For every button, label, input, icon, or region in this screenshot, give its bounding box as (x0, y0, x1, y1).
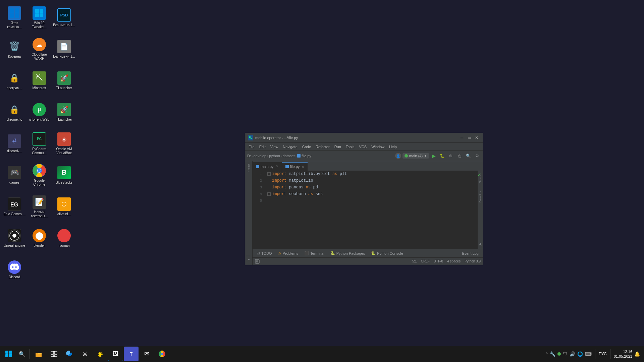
tray-item-sound[interactable]: 🔊 (570, 351, 575, 357)
desktop-icon-tlauncher2[interactable]: 🚀 TLauncher (52, 98, 76, 126)
desktop-icon-discord[interactable]: Discord (3, 255, 26, 284)
tray-item-status[interactable] (557, 352, 561, 356)
taskbar-item-edge[interactable] (62, 347, 77, 361)
ide-editor[interactable]: 1 2 3 4 5 − import matplotlib.pyplot (253, 171, 483, 249)
bottom-tab-problems[interactable]: ⚠ Problems (275, 249, 301, 257)
ide-restore-btn[interactable]: ▭ (466, 134, 473, 141)
desktop-icon-chrome-hc[interactable]: 🔒 chrome.hc (3, 98, 26, 126)
start-button[interactable] (1, 347, 16, 361)
run-config-selector[interactable]: main (4) ▼ (402, 153, 429, 159)
taskbar-item-imageres[interactable]: 🖼 (108, 347, 123, 361)
sidebar-collapse-btn[interactable] (246, 257, 252, 262)
ide-close-btn[interactable]: ✕ (473, 134, 480, 141)
ide-code-area[interactable]: − import matplotlib.pyplot as plt import… (265, 171, 477, 249)
desktop-icon-utorrent[interactable]: µ uTorrent Web (28, 98, 51, 126)
tray-lang[interactable]: РУС (599, 352, 607, 356)
user-config-btn[interactable]: 👤 (395, 153, 401, 159)
status-language[interactable]: Python 3.9 (465, 259, 481, 263)
taskbar-item-antivirus[interactable]: ⚔ (77, 347, 92, 361)
tray-item-network[interactable]: 🌐 (577, 351, 583, 357)
tray-item-security[interactable]: 🛡 (563, 351, 568, 357)
desktop-icon-games[interactable]: 🎮 games (3, 161, 26, 189)
taskbar-item-norton[interactable]: ◉ (93, 347, 108, 361)
notification-btn[interactable]: 🔔 (634, 351, 640, 357)
taskbar-clock[interactable]: 12:16 01.05.2021 (614, 349, 632, 359)
desktop-icon-pycharm[interactable]: PC PyCharm Commu... (28, 129, 51, 158)
menu-tools[interactable]: Tools (344, 144, 357, 149)
desktop-icon-this-pc[interactable]: Этот компью... (3, 3, 26, 32)
desktop-icon-unreal[interactable]: Unreal Engine (3, 224, 26, 252)
menu-window[interactable]: Window (369, 144, 386, 149)
code-line-4: − import seaborn as sns (267, 191, 477, 197)
desktop-icon-bluestacks[interactable]: B BlueStacks (52, 161, 76, 189)
breadcrumb-dataset[interactable]: dataset (283, 154, 295, 158)
menu-view[interactable]: View (268, 144, 280, 149)
menu-code[interactable]: Code (300, 144, 313, 149)
ide-minimize-btn[interactable]: ─ (459, 134, 465, 141)
desktop-icon-psd[interactable]: PSD Без имени-1... (52, 3, 76, 32)
breadcrumb-file[interactable]: file.py (302, 154, 311, 158)
desktop-icon-trash[interactable]: 🗑️ Корзина (3, 35, 26, 63)
status-encoding[interactable]: UTF-8 (434, 259, 443, 263)
breadcrumb-python[interactable]: python (269, 154, 280, 158)
desktop-icon-epic[interactable]: EG Epic Games ... (3, 192, 26, 221)
search-everywhere-btn[interactable]: 🔍 (465, 152, 472, 160)
status-indent[interactable]: 4 spaces (447, 259, 461, 263)
desktop-icon-palpal[interactable]: палпал (52, 224, 76, 252)
tab-file-py-close[interactable]: ✕ (302, 165, 304, 169)
desktop-icon-minecraft[interactable]: ⛏ Minecraft (28, 66, 51, 95)
project-label[interactable]: Project (247, 163, 250, 174)
tab-file-py[interactable]: file.py ✕ (282, 162, 308, 171)
taskbar-item-mail[interactable]: ✉ (139, 347, 154, 361)
debug-btn[interactable]: 🐛 (438, 152, 446, 160)
bottom-tab-python-console[interactable]: 🐍 Python Console (368, 249, 406, 257)
sidebar-star-btn[interactable] (478, 242, 482, 246)
profile-btn[interactable]: ◷ (456, 152, 463, 160)
taskbar-item-teams[interactable]: T (124, 347, 139, 361)
ide-status-icon[interactable] (255, 259, 260, 264)
desktop-icon-cloudflare[interactable]: ☁ Cloudflare WARP (28, 35, 51, 63)
status-position[interactable]: 5:1 (412, 259, 417, 263)
coverage-btn[interactable]: ⊕ (447, 152, 454, 160)
taskbar-item-file-explorer[interactable] (31, 347, 46, 361)
taskbar-item-chrome[interactable] (155, 347, 169, 361)
bottom-tab-python-packages[interactable]: 🐍 Python Packages (328, 249, 368, 257)
desktop-icon-unnamed[interactable]: 📄 Без имени-1... (52, 35, 76, 63)
tray-show-hidden[interactable]: ^ (546, 352, 548, 356)
menu-edit[interactable]: Edit (257, 144, 268, 149)
fold-marker-4[interactable]: − (267, 192, 271, 196)
menu-run[interactable]: Run (332, 144, 343, 149)
desktop-icon-blender[interactable]: ⬤ blender (28, 224, 51, 252)
bottom-tab-todo[interactable]: ☑ TODO (254, 249, 275, 257)
tray-item-keyboard[interactable]: ⌨ (585, 351, 592, 357)
favorites-label[interactable]: Favorites (479, 191, 482, 203)
breadcrumb-develop[interactable]: develop (254, 154, 267, 158)
bottom-tab-terminal[interactable]: ⬛ Terminal (302, 249, 327, 257)
bottom-tab-event-log[interactable]: Event Log (459, 249, 481, 257)
menu-navigate[interactable]: Navigate (281, 144, 299, 149)
desktop-icon-novo-tekst[interactable]: 📝 Новый текстовы... (28, 192, 51, 221)
taskbar-item-task-view[interactable] (47, 347, 61, 361)
desktop-icon-google-chrome[interactable]: Google Chrome (28, 161, 51, 189)
settings-btn[interactable]: ⚙ (473, 152, 481, 160)
tab-main-py[interactable]: main.py ✕ (253, 162, 282, 171)
tab-main-py-close[interactable]: ✕ (276, 165, 278, 168)
menu-vcs[interactable]: VCS (357, 144, 369, 149)
structure-label[interactable]: Structure (479, 172, 482, 184)
desktop-icon-allmini[interactable]: ⬡ all-mini... (52, 192, 76, 221)
desktop-icon-discord2[interactable]: # discord-... (3, 129, 26, 158)
svg-rect-11 (251, 138, 252, 139)
desktop-icon-win10[interactable]: Win 10 Tweake... (28, 3, 51, 32)
fold-marker-1[interactable]: − (267, 172, 271, 176)
desktop-icon-tlauncher1[interactable]: 🚀 TLauncher (52, 66, 76, 95)
menu-help[interactable]: Help (387, 144, 399, 149)
desktop-icon-chrome-lock[interactable]: 🔒 програм... (3, 66, 26, 95)
svg-text:EG: EG (10, 202, 18, 207)
desktop-icon-oracle[interactable]: ◈ Oracle VM VirtualBox (52, 129, 76, 158)
tray-item-1[interactable]: 🔧 (550, 351, 555, 357)
status-line-ending[interactable]: CRLF (421, 259, 430, 263)
taskbar-search-btn[interactable]: 🔍 (16, 348, 28, 360)
menu-refactor[interactable]: Refactor (314, 144, 332, 149)
run-button[interactable]: ▶ (430, 153, 437, 159)
menu-file[interactable]: File (247, 144, 257, 149)
